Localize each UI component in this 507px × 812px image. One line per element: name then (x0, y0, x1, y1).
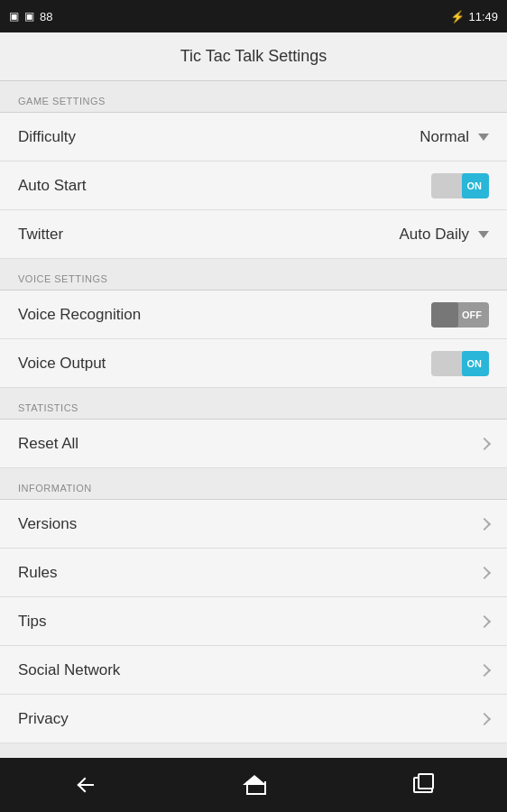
twitter-text: Auto Daily (400, 226, 469, 244)
voice-output-toggle[interactable]: ON (431, 351, 489, 376)
twitter-dropdown-arrow (478, 231, 489, 238)
rules-label: Rules (18, 564, 57, 582)
toggle-on-text: ON (467, 358, 483, 369)
difficulty-value: Normal (419, 128, 489, 146)
versions-chevron (478, 517, 491, 530)
difficulty-dropdown-arrow (478, 134, 489, 141)
row-voice-recognition[interactable]: Voice Recognition OFF (0, 291, 507, 339)
row-reset-all[interactable]: Reset All (0, 420, 507, 468)
row-social-network[interactable]: Social Network (0, 646, 507, 695)
social-network-chevron (478, 663, 491, 676)
settings-content: GAME SETTINGS Difficulty Normal Auto Sta… (0, 81, 507, 758)
section-game-settings: GAME SETTINGS Difficulty Normal Auto Sta… (0, 81, 507, 259)
voice-recognition-label: Voice Recognition (18, 306, 141, 324)
section-header-game: GAME SETTINGS (0, 81, 507, 112)
home-icon (244, 775, 264, 795)
section-voice-settings: VOICE SETTINGS Voice Recognition OFF Voi… (0, 259, 507, 388)
reset-all-chevron (478, 437, 491, 449)
sim-icon: ▣ (9, 10, 19, 23)
privacy-chevron (478, 712, 491, 724)
page-title: Tic Tac Talk Settings (180, 47, 327, 66)
toggle-thumb (431, 302, 458, 328)
rules-chevron (478, 566, 491, 578)
title-bar: Tic Tac Talk Settings (0, 32, 507, 81)
row-twitter[interactable]: Twitter Auto Daily (0, 210, 507, 259)
wifi-icon: ▣ (24, 10, 34, 23)
recent-button[interactable] (395, 768, 451, 802)
tips-chevron (478, 614, 491, 627)
social-network-label: Social Network (18, 661, 120, 679)
battery-icon: ⚡ (450, 10, 465, 23)
section-statistics: STATISTICS Reset All (0, 388, 507, 468)
privacy-label: Privacy (18, 710, 69, 728)
twitter-value: Auto Daily (400, 226, 489, 244)
auto-start-toggle[interactable]: ON (431, 173, 489, 198)
section-header-information: INFORMATION (0, 468, 507, 499)
section-information: INFORMATION Versions Rules Tips Social N… (0, 468, 507, 743)
difficulty-label: Difficulty (18, 128, 76, 146)
nav-bar (0, 758, 507, 812)
auto-start-label: Auto Start (18, 177, 87, 195)
row-tips[interactable]: Tips (0, 597, 507, 646)
row-privacy[interactable]: Privacy (0, 695, 507, 743)
toggle-on-text: ON (467, 180, 483, 191)
status-left: ▣ ▣ 88 (9, 10, 52, 23)
section-header-voice: VOICE SETTINGS (0, 259, 507, 290)
row-versions[interactable]: Versions (0, 500, 507, 549)
signal-strength: 88 (40, 10, 52, 23)
reset-all-label: Reset All (18, 435, 78, 453)
status-bar: ▣ ▣ 88 ⚡ 11:49 (0, 0, 507, 32)
difficulty-text: Normal (419, 128, 469, 146)
section-header-statistics: STATISTICS (0, 388, 507, 419)
voice-output-label: Voice Output (18, 355, 106, 373)
versions-label: Versions (18, 515, 77, 533)
voice-recognition-toggle[interactable]: OFF (431, 302, 489, 328)
row-auto-start[interactable]: Auto Start ON (0, 161, 507, 210)
recent-icon (413, 777, 433, 793)
twitter-label: Twitter (18, 226, 63, 244)
row-difficulty[interactable]: Difficulty Normal (0, 113, 507, 161)
home-button[interactable] (226, 766, 282, 804)
status-right: ⚡ 11:49 (450, 10, 498, 23)
row-rules[interactable]: Rules (0, 549, 507, 597)
back-icon (74, 777, 96, 793)
tips-label: Tips (18, 613, 47, 631)
row-voice-output[interactable]: Voice Output ON (0, 339, 507, 388)
time-display: 11:49 (468, 10, 498, 23)
toggle-off-text: OFF (462, 309, 482, 320)
back-button[interactable] (56, 768, 114, 802)
